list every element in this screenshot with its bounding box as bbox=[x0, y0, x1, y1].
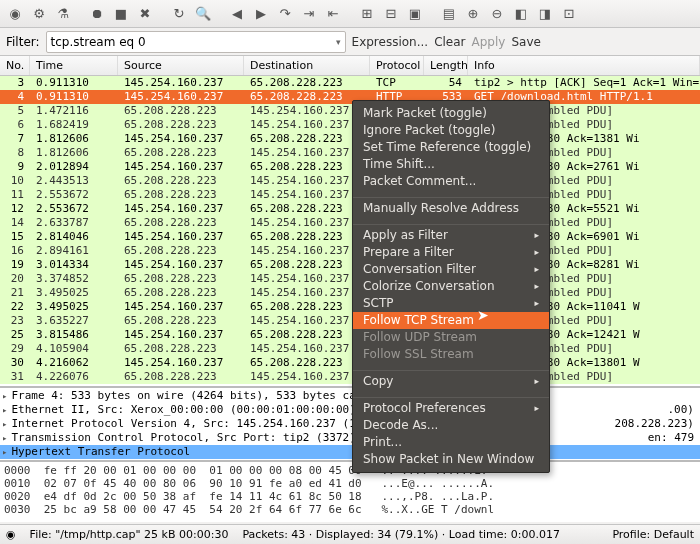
menu-item[interactable]: SCTP bbox=[353, 295, 549, 312]
toolbar-button-17[interactable]: ⊕ bbox=[462, 3, 484, 25]
toolbar-button-8[interactable]: ◀ bbox=[226, 3, 248, 25]
menu-item[interactable]: Conversation Filter bbox=[353, 261, 549, 278]
packet-row[interactable]: 253.815486145.254.160.23765.208.228.223[… bbox=[0, 328, 700, 342]
toolbar-button-14[interactable]: ⊟ bbox=[380, 3, 402, 25]
cell-src: 145.254.160.237 bbox=[118, 76, 244, 90]
toolbar-button-9[interactable]: ▶ bbox=[250, 3, 272, 25]
menu-item[interactable]: Set Time Reference (toggle) bbox=[353, 139, 549, 156]
detail-line[interactable]: Internet Protocol Version 4, Src: 145.25… bbox=[0, 417, 700, 431]
packet-row[interactable]: 193.014334145.254.160.23765.208.228.223[… bbox=[0, 258, 700, 272]
packet-row[interactable]: 30.911310145.254.160.23765.208.228.223TC… bbox=[0, 76, 700, 90]
packet-context-menu[interactable]: Mark Packet (toggle)Ignore Packet (toggl… bbox=[352, 100, 550, 473]
col-destination[interactable]: Destination bbox=[244, 56, 370, 75]
packet-list[interactable]: 30.911310145.254.160.23765.208.228.223TC… bbox=[0, 76, 700, 386]
menu-item[interactable]: Time Shift... bbox=[353, 156, 549, 173]
col-time[interactable]: Time bbox=[30, 56, 118, 75]
packet-row[interactable]: 102.44351365.208.228.223145.254.160.237o… bbox=[0, 174, 700, 188]
menu-item[interactable]: Decode As... bbox=[353, 417, 549, 434]
col-length[interactable]: Length bbox=[424, 56, 468, 75]
cell-time: 1.472116 bbox=[30, 104, 118, 118]
status-profile: Profile: Default bbox=[612, 528, 694, 541]
toolbar-button-4[interactable]: ■ bbox=[110, 3, 132, 25]
toolbar-button-3[interactable]: ⏺ bbox=[86, 3, 108, 25]
apply-button[interactable]: Apply bbox=[472, 35, 506, 49]
packet-row[interactable]: 40.911310145.254.160.23765.208.228.223HT… bbox=[0, 90, 700, 104]
packet-row[interactable]: 92.012894145.254.160.23765.208.228.223[A… bbox=[0, 160, 700, 174]
toolbar-button-19[interactable]: ◧ bbox=[510, 3, 532, 25]
cell-time: 4.105904 bbox=[30, 342, 118, 356]
toolbar-button-13[interactable]: ⊞ bbox=[356, 3, 378, 25]
packet-bytes[interactable]: 0000 fe ff 20 00 01 00 00 00 01 00 00 00… bbox=[0, 460, 700, 522]
packet-row[interactable]: 81.81260665.208.228.223145.254.160.237of… bbox=[0, 146, 700, 160]
menu-item[interactable]: Packet Comment... bbox=[353, 173, 549, 190]
col-no[interactable]: No. bbox=[0, 56, 30, 75]
cell-src: 145.254.160.237 bbox=[118, 90, 244, 104]
packet-row[interactable]: 233.63522765.208.228.223145.254.160.237o… bbox=[0, 314, 700, 328]
detail-line[interactable]: Frame 4: 533 bytes on wire (4264 bits), … bbox=[0, 389, 700, 403]
cell-no: 29 bbox=[0, 342, 30, 356]
cell-no: 31 bbox=[0, 370, 30, 384]
toolbar-button-12[interactable]: ⇤ bbox=[322, 3, 344, 25]
toolbar-button-5[interactable]: ✖ bbox=[134, 3, 156, 25]
clear-button[interactable]: Clear bbox=[434, 35, 465, 49]
col-source[interactable]: Source bbox=[118, 56, 244, 75]
menu-item[interactable]: Colorize Conversation bbox=[353, 278, 549, 295]
col-info[interactable]: Info bbox=[468, 56, 700, 75]
toolbar-button-0[interactable]: ◉ bbox=[4, 3, 26, 25]
packet-row[interactable]: 122.553672145.254.160.23765.208.228.223[… bbox=[0, 202, 700, 216]
toolbar-button-7[interactable]: 🔍 bbox=[192, 3, 214, 25]
menu-item[interactable]: Copy bbox=[353, 373, 549, 390]
toolbar-button-11[interactable]: ⇥ bbox=[298, 3, 320, 25]
packet-row[interactable]: 294.10590465.208.228.223145.254.160.237o… bbox=[0, 342, 700, 356]
save-button[interactable]: Save bbox=[511, 35, 540, 49]
cell-time: 2.553672 bbox=[30, 188, 118, 202]
packet-row[interactable]: 213.49502565.208.228.223145.254.160.237o… bbox=[0, 286, 700, 300]
col-protocol[interactable]: Protocol bbox=[370, 56, 424, 75]
packet-row[interactable]: 304.216062145.254.160.23765.208.228.223[… bbox=[0, 356, 700, 370]
menu-separator bbox=[353, 392, 549, 398]
menu-item[interactable]: Apply as Filter bbox=[353, 227, 549, 244]
chevron-down-icon[interactable]: ▾ bbox=[336, 37, 341, 47]
status-bar: ◉ File: "/tmp/http.cap" 25 kB 00:00:30 P… bbox=[0, 524, 700, 544]
packet-row[interactable]: 314.22607665.208.228.223145.254.160.237o… bbox=[0, 370, 700, 384]
cell-no: 21 bbox=[0, 286, 30, 300]
packet-row[interactable]: 203.37485265.208.228.223145.254.160.237o… bbox=[0, 272, 700, 286]
packet-row[interactable]: 71.812606145.254.160.23765.208.228.223[A… bbox=[0, 132, 700, 146]
packet-row[interactable]: 61.68241965.208.228.223145.254.160.237of… bbox=[0, 118, 700, 132]
filter-input[interactable]: tcp.stream eq 0 ▾ bbox=[46, 31, 346, 53]
detail-line[interactable]: Hypertext Transfer Protocol bbox=[0, 445, 700, 459]
cell-src: 145.254.160.237 bbox=[118, 230, 244, 244]
menu-item[interactable]: Mark Packet (toggle) bbox=[353, 105, 549, 122]
toolbar-button-21[interactable]: ⊡ bbox=[558, 3, 580, 25]
packet-row[interactable]: 112.55367265.208.228.223145.254.160.237o… bbox=[0, 188, 700, 202]
toolbar-button-1[interactable]: ⚙ bbox=[28, 3, 50, 25]
toolbar-button-20[interactable]: ◨ bbox=[534, 3, 556, 25]
menu-item[interactable]: Print... bbox=[353, 434, 549, 451]
menu-item[interactable]: Protocol Preferences bbox=[353, 400, 549, 417]
packet-row[interactable]: 51.47211665.208.228.223145.254.160.237of… bbox=[0, 104, 700, 118]
menu-item[interactable]: Follow TCP Stream bbox=[353, 312, 549, 329]
cell-no: 16 bbox=[0, 244, 30, 258]
packet-row[interactable]: 223.495025145.254.160.23765.208.228.223[… bbox=[0, 300, 700, 314]
toolbar-button-6[interactable]: ↻ bbox=[168, 3, 190, 25]
packet-details[interactable]: Frame 4: 533 bytes on wire (4264 bits), … bbox=[0, 386, 700, 460]
cell-time: 1.812606 bbox=[30, 146, 118, 160]
toolbar-button-10[interactable]: ↷ bbox=[274, 3, 296, 25]
packet-row[interactable]: 142.63378765.208.228.223145.254.160.237o… bbox=[0, 216, 700, 230]
toolbar-button-2[interactable]: ⚗ bbox=[52, 3, 74, 25]
packet-row[interactable]: 162.89416165.208.228.223145.254.160.237o… bbox=[0, 244, 700, 258]
cell-time: 3.815486 bbox=[30, 328, 118, 342]
menu-item[interactable]: Ignore Packet (toggle) bbox=[353, 122, 549, 139]
packet-row[interactable]: 152.814046145.254.160.23765.208.228.223[… bbox=[0, 230, 700, 244]
menu-item[interactable]: Show Packet in New Window bbox=[353, 451, 549, 468]
detail-line[interactable]: Transmission Control Protocol, Src Port:… bbox=[0, 431, 700, 445]
toolbar-button-18[interactable]: ⊖ bbox=[486, 3, 508, 25]
toolbar-button-15[interactable]: ▣ bbox=[404, 3, 426, 25]
menu-item[interactable]: Prepare a Filter bbox=[353, 244, 549, 261]
toolbar-button-16[interactable]: ▤ bbox=[438, 3, 460, 25]
menu-item[interactable]: Manually Resolve Address bbox=[353, 200, 549, 217]
filter-input-text: tcp.stream eq 0 bbox=[51, 35, 146, 49]
expression-button[interactable]: Expression... bbox=[352, 35, 429, 49]
detail-line[interactable]: Ethernet II, Src: Xerox_00:00:00 (00:00:… bbox=[0, 403, 700, 417]
cell-time: 1.812606 bbox=[30, 132, 118, 146]
